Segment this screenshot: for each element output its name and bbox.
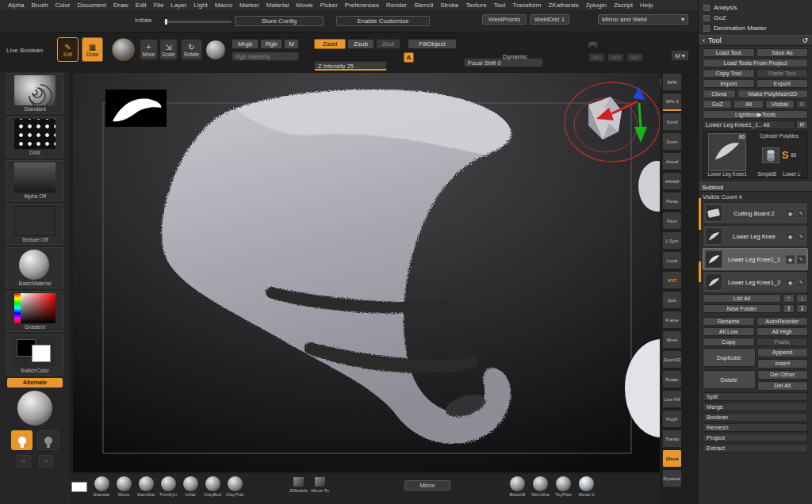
menu-light[interactable]: Light bbox=[193, 2, 207, 9]
draw-button[interactable]: ▦ Draw bbox=[82, 37, 103, 62]
viewport-canvas[interactable] bbox=[73, 73, 660, 472]
m-button[interactable]: M bbox=[284, 39, 299, 49]
persp-button[interactable]: Persp bbox=[662, 192, 682, 210]
mirror-button[interactable]: Mirror bbox=[404, 480, 450, 491]
import-button[interactable]: Import bbox=[703, 79, 755, 88]
goz-all-button[interactable]: All bbox=[733, 100, 763, 109]
paint-icon[interactable]: ✎ bbox=[797, 255, 806, 264]
menu-texture[interactable]: Texture bbox=[465, 2, 486, 9]
rotate-gizmo-button[interactable]: ↻ Rotate bbox=[181, 39, 202, 60]
project-section[interactable]: Project bbox=[703, 433, 808, 442]
menu-transform[interactable]: Transform bbox=[512, 2, 541, 9]
active-tool-field[interactable]: Lower Leg Knee1_1.. 48 bbox=[703, 120, 795, 129]
hue-strip[interactable] bbox=[14, 293, 21, 323]
mirror-z-button[interactable]: >Z< bbox=[626, 53, 643, 62]
menu-material[interactable]: Material bbox=[266, 2, 289, 9]
dynamic-toggle[interactable]: Dynamic bbox=[503, 53, 527, 60]
make-polymesh3d-button[interactable]: Make PolyMesh3D bbox=[737, 90, 808, 98]
menu-alpha[interactable]: Alpha bbox=[8, 2, 24, 9]
material-shortcut[interactable]: ToyPlas bbox=[552, 476, 575, 498]
secondary-color-swatch[interactable] bbox=[32, 345, 51, 362]
store-config-button[interactable]: Store Config bbox=[235, 16, 324, 26]
load-tool-button[interactable]: Load Tool bbox=[703, 48, 755, 57]
color-swatch[interactable] bbox=[71, 482, 87, 492]
eye-icon[interactable]: ◉ bbox=[786, 255, 795, 264]
alternate-button[interactable]: Alternate bbox=[7, 378, 63, 388]
move-view-button[interactable]: Move bbox=[662, 330, 682, 349]
lsym-button[interactable]: L.Sym bbox=[662, 231, 682, 250]
refresh-icon[interactable]: ↺ bbox=[802, 36, 808, 44]
active-tool-thumbnail[interactable]: 86 bbox=[708, 133, 746, 171]
del-other-button[interactable]: Del Other bbox=[757, 370, 809, 380]
mirror-x-button[interactable]: >X< bbox=[588, 53, 605, 62]
material-thumbnail[interactable] bbox=[19, 250, 51, 280]
load-tools-from-project-button[interactable]: Load Tools From Project bbox=[703, 59, 808, 67]
floor-button[interactable]: Floor bbox=[662, 212, 682, 230]
subtool-top-button[interactable]: ↥ bbox=[783, 304, 795, 313]
paint-icon[interactable]: ✎ bbox=[797, 278, 806, 287]
move-gizmo-button[interactable]: + Move bbox=[140, 39, 158, 60]
plugin-goz[interactable]: GoZ bbox=[703, 13, 807, 23]
cylinder-tool-thumbnail[interactable] bbox=[762, 147, 779, 163]
duplicate-button[interactable]: Duplicate bbox=[703, 348, 756, 367]
menu-document[interactable]: Document bbox=[78, 2, 106, 9]
goz-r-button[interactable]: R bbox=[796, 100, 808, 109]
menu-brush[interactable]: Brush bbox=[31, 2, 48, 9]
spix-slider[interactable]: SPix 3 bbox=[662, 93, 682, 111]
zmodeler-shortcut[interactable]: ZModele bbox=[289, 476, 308, 494]
collapse-icon[interactable]: ‹ bbox=[703, 36, 705, 44]
color-picker[interactable]: Gradient bbox=[6, 291, 64, 332]
solo-button[interactable]: Solo bbox=[662, 291, 682, 309]
zoom3d-button[interactable]: ZoomSD bbox=[662, 350, 682, 368]
rename-button[interactable]: Rename bbox=[703, 317, 755, 326]
rgb-button[interactable]: Rgb bbox=[260, 39, 282, 49]
bulb-small-icon[interactable]: ○ bbox=[17, 455, 31, 468]
all-low-button[interactable]: All Low bbox=[703, 327, 755, 336]
texture-selector[interactable]: Texture Off bbox=[6, 204, 64, 245]
panel-scrollbar[interactable] bbox=[699, 198, 701, 230]
switch-color-swatches[interactable] bbox=[14, 337, 56, 367]
material-shortcut[interactable]: SkinSha bbox=[529, 476, 552, 498]
autoreorder-button[interactable]: AutoReorder bbox=[756, 317, 809, 326]
material-quick-menu[interactable]: M ▾ bbox=[671, 50, 689, 61]
alpha-selector[interactable]: Alpha Off bbox=[6, 160, 64, 201]
eye-icon[interactable]: ◉ bbox=[786, 278, 795, 287]
menu-layer[interactable]: Layer bbox=[170, 2, 186, 9]
brush-selector[interactable]: Standard bbox=[6, 73, 64, 114]
subtool-row[interactable]: Cutting Board 2 ◉ ✎ bbox=[703, 202, 808, 224]
transp-button[interactable]: Transp bbox=[662, 430, 682, 448]
zcut-button[interactable]: Zcut bbox=[376, 39, 400, 49]
all-high-button[interactable]: All High bbox=[756, 327, 809, 336]
material-sphere-icon[interactable] bbox=[205, 40, 226, 60]
subtool-row[interactable]: Lower Leg Knee ◉ ✎ bbox=[703, 225, 808, 247]
mirror-y-button[interactable]: >Y< bbox=[607, 53, 624, 62]
bulb-small-icon[interactable]: ○ bbox=[39, 455, 53, 468]
subtool-thumbnail[interactable] bbox=[705, 227, 722, 245]
export-button[interactable]: Export bbox=[756, 79, 809, 88]
menu-edit[interactable]: Edit bbox=[136, 2, 147, 9]
subtool-section-header[interactable]: Subtool bbox=[699, 182, 812, 192]
mrgb-button[interactable]: Mrgb bbox=[232, 39, 259, 49]
menu-help[interactable]: Help bbox=[640, 2, 653, 9]
zoom-button[interactable]: Zoom bbox=[662, 132, 682, 151]
menu-zscript[interactable]: Zscript bbox=[614, 2, 633, 9]
menu-macro[interactable]: Macro bbox=[215, 2, 232, 9]
brush-shortcut[interactable]: ClayBuil bbox=[201, 476, 224, 498]
brush-shortcut[interactable]: Standar bbox=[90, 476, 113, 498]
subtool-bottom-button[interactable]: ↧ bbox=[796, 304, 808, 313]
save-as-button[interactable]: Save As bbox=[756, 48, 809, 57]
simplebrush-icon[interactable]: S bbox=[782, 150, 789, 161]
brush-shortcut[interactable]: Inflat bbox=[179, 476, 201, 498]
current-brush-icon[interactable] bbox=[112, 38, 135, 61]
subtool-thumbnail[interactable] bbox=[705, 250, 722, 268]
menu-movie[interactable]: Movie bbox=[296, 2, 312, 9]
boolean-section[interactable]: Boolean bbox=[703, 413, 808, 422]
menu-render[interactable]: Render bbox=[386, 2, 407, 9]
saturation-square[interactable] bbox=[21, 293, 56, 323]
weld-dist-slider[interactable]: WeldDist 1 bbox=[530, 14, 569, 25]
xyz-button[interactable]: XYZ bbox=[662, 271, 682, 289]
a-toggle-button[interactable]: A bbox=[404, 52, 414, 63]
frame-button[interactable]: Frame bbox=[662, 311, 682, 329]
move-topological-shortcut[interactable]: Move To bbox=[311, 476, 329, 494]
brush-shortcut[interactable]: TrimDyn bbox=[157, 476, 179, 498]
